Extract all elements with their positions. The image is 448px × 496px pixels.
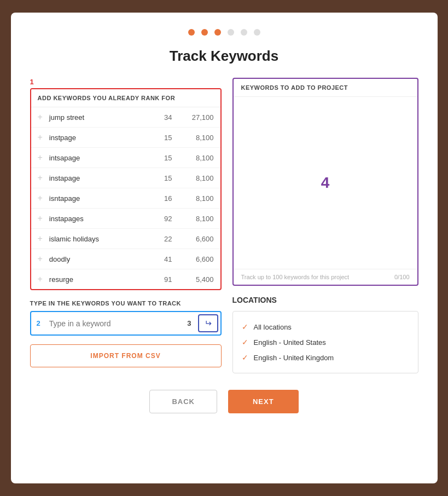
progress-dots (30, 29, 418, 36)
keyword-rank: 15 (145, 134, 172, 142)
keyword-rank: 34 (145, 113, 172, 122)
keyword-rank: 16 (145, 194, 172, 203)
table-row[interactable]: + instapages 92 8,100 (31, 209, 220, 229)
rank-header: ADD KEYWORDS YOU ALREADY RANK FOR (31, 89, 220, 107)
table-row[interactable]: + intsapage 15 8,100 (31, 148, 220, 168)
location-label: English - United States (254, 338, 326, 347)
table-row[interactable]: + islamic holidays 22 6,600 (31, 229, 220, 249)
keyword-volume: 6,600 (181, 235, 214, 243)
main-content: 1 ADD KEYWORDS YOU ALREADY RANK FOR + ju… (30, 78, 418, 373)
keyword-rank: 91 (145, 275, 172, 284)
locations-section: LOCATIONS ✓ All locations ✓ English - Un… (232, 296, 418, 373)
bottom-buttons: BACK NEXT (30, 390, 418, 413)
next-button[interactable]: NEXT (228, 390, 299, 413)
location-item[interactable]: ✓ All locations (242, 319, 409, 334)
section-number-4: 4 (321, 174, 330, 192)
add-keyword-icon[interactable]: + (38, 274, 43, 284)
dot-6[interactable] (254, 29, 260, 36)
project-footer: Track up to 100 keywords for this projec… (234, 269, 417, 285)
locations-title: LOCATIONS (232, 296, 418, 304)
section-number-1: 1 (30, 78, 222, 86)
keywords-project-box: KEYWORDS TO ADD TO PROJECT 4 Track up to… (232, 78, 418, 286)
table-row[interactable]: + resurge 91 5,400 (31, 269, 220, 289)
dot-1[interactable] (188, 29, 195, 36)
check-icon: ✓ (242, 338, 248, 347)
table-row[interactable]: + instapage 15 8,100 (31, 168, 220, 188)
keyword-name: islamic holidays (49, 235, 145, 243)
table-row[interactable]: + doodly 41 6,600 (31, 249, 220, 269)
footer-hint: Track up to 100 keywords for this projec… (241, 274, 350, 280)
modal-container: Track Keywords 1 ADD KEYWORDS YOU ALREAD… (11, 13, 438, 483)
keyword-name: instapage (49, 174, 145, 182)
location-item[interactable]: ✓ English - United Kingdom (242, 350, 409, 365)
keyword-volume: 6,600 (181, 255, 214, 263)
add-keyword-icon[interactable]: + (38, 173, 43, 183)
enter-icon: ↵ (205, 318, 212, 328)
footer-count: 0/100 (394, 274, 410, 280)
project-header: KEYWORDS TO ADD TO PROJECT (234, 79, 417, 97)
add-keyword-icon[interactable]: + (38, 132, 43, 142)
keyword-rank: 22 (145, 235, 172, 243)
keyword-name: jump street (49, 113, 145, 122)
keyword-submit-button[interactable]: ↵ (198, 314, 218, 332)
dot-5[interactable] (241, 29, 247, 36)
keyword-rank: 92 (145, 215, 172, 223)
table-row[interactable]: + isntapage 16 8,100 (31, 188, 220, 209)
type-keywords-section: TYPE IN THE KEYWORDS YOU WANT TO TRACK 2… (30, 300, 222, 336)
add-keyword-icon[interactable]: + (38, 234, 43, 244)
add-keyword-icon[interactable]: + (38, 112, 43, 122)
keyword-volume: 8,100 (181, 215, 214, 223)
check-icon: ✓ (242, 322, 248, 331)
keyword-name: isntapage (49, 194, 145, 203)
project-body: 4 (234, 97, 417, 269)
keyword-rank: 15 (145, 154, 172, 162)
keyword-rank: 15 (145, 174, 172, 182)
add-keyword-icon[interactable]: + (38, 193, 43, 203)
check-icon: ✓ (242, 353, 248, 362)
import-csv-button[interactable]: IMPORT FROM CSV (30, 344, 222, 367)
add-keyword-icon[interactable]: + (38, 254, 43, 264)
keyword-volume: 5,400 (181, 275, 214, 284)
keyword-input[interactable] (46, 313, 183, 334)
dot-4[interactable] (228, 29, 234, 36)
keywords-list[interactable]: + jump street 34 27,100 + instpage 15 8,… (31, 107, 220, 289)
table-row[interactable]: + jump street 34 27,100 (31, 107, 220, 128)
keyword-volume: 8,100 (181, 134, 214, 142)
keyword-volume: 8,100 (181, 194, 214, 203)
right-column: KEYWORDS TO ADD TO PROJECT 4 Track up to… (232, 78, 418, 373)
table-row[interactable]: + instpage 15 8,100 (31, 128, 220, 148)
add-keyword-icon[interactable]: + (38, 214, 43, 223)
keyword-name: doodly (49, 255, 145, 263)
page-title: Track Keywords (30, 48, 418, 65)
keyword-volume: 27,100 (181, 113, 214, 122)
keyword-name: resurge (49, 275, 145, 284)
location-item[interactable]: ✓ English - United States (242, 334, 409, 350)
back-button[interactable]: BACK (149, 390, 217, 413)
type-keywords-label: TYPE IN THE KEYWORDS YOU WANT TO TRACK (30, 300, 222, 307)
locations-box: ✓ All locations ✓ English - United State… (232, 311, 418, 373)
input-label-3: 3 (183, 319, 195, 327)
add-keyword-icon[interactable]: + (38, 153, 43, 163)
dot-3[interactable] (214, 29, 221, 36)
dot-2[interactable] (201, 29, 208, 36)
location-label: English - United Kingdom (254, 354, 334, 362)
left-column: 1 ADD KEYWORDS YOU ALREADY RANK FOR + ju… (30, 78, 222, 373)
keyword-volume: 8,100 (181, 154, 214, 162)
keyword-name: intsapage (49, 154, 145, 162)
keyword-name: instpage (49, 134, 145, 142)
keyword-volume: 8,100 (181, 174, 214, 182)
input-label-2: 2 (31, 319, 46, 327)
keyword-input-row: 2 3 ↵ (30, 311, 222, 336)
keyword-name: instapages (49, 215, 145, 223)
location-label: All locations (254, 323, 292, 331)
keywords-rank-box: ADD KEYWORDS YOU ALREADY RANK FOR + jump… (30, 88, 222, 290)
keyword-rank: 41 (145, 255, 172, 263)
